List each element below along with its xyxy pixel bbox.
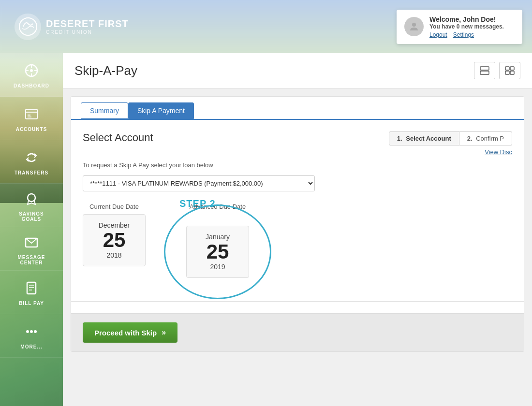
sidebar-item-accounts[interactable]: Accounts bbox=[0, 97, 63, 140]
svg-rect-25 bbox=[505, 71, 509, 74]
svg-rect-23 bbox=[505, 67, 509, 70]
proceed-button[interactable]: Proceed with Skip » bbox=[83, 322, 177, 343]
svg-rect-24 bbox=[510, 67, 514, 70]
transfers-icon bbox=[22, 148, 41, 167]
page-header: Skip-A-Pay bbox=[63, 53, 532, 88]
current-day: 25 bbox=[91, 229, 137, 251]
logo-brand: Deseret First bbox=[46, 18, 129, 29]
advanced-date-label: Advanced Due Date bbox=[190, 203, 246, 210]
sidebar-item-dashboard[interactable]: Dashboard bbox=[0, 53, 63, 97]
help-text: To request a Skip A Pay select your loan… bbox=[83, 161, 512, 169]
dashboard-icon bbox=[22, 61, 41, 80]
sidebar-label-accounts: Accounts bbox=[16, 127, 47, 132]
svg-rect-14 bbox=[27, 282, 36, 294]
svg-point-3 bbox=[30, 69, 33, 72]
svg-point-0 bbox=[19, 18, 37, 35]
advanced-date-card: January 25 2019 bbox=[186, 226, 249, 278]
svg-point-12 bbox=[28, 194, 35, 202]
view-mode-btn-1[interactable] bbox=[474, 62, 495, 79]
logo-icon bbox=[15, 14, 41, 40]
logo-area: Deseret First Credit Union bbox=[15, 14, 129, 40]
step-indicator-2: 2. Confirm P bbox=[459, 131, 512, 145]
current-month: December bbox=[91, 221, 137, 229]
dates-area: STEP 2 Current Due Date December 25 2018… bbox=[83, 203, 512, 290]
current-date-label: Current Due Date bbox=[89, 203, 139, 210]
logo-sub: Credit Union bbox=[46, 29, 129, 35]
accounts-icon bbox=[22, 104, 41, 124]
sidebar-label-messages: MESSAGECENTER bbox=[17, 255, 45, 265]
sidebar-item-transfers[interactable]: Transfers bbox=[0, 140, 63, 184]
svg-rect-21 bbox=[480, 67, 489, 70]
proceed-chevrons: » bbox=[162, 328, 166, 337]
svg-rect-8 bbox=[26, 109, 37, 119]
svg-rect-22 bbox=[480, 71, 489, 74]
message-icon bbox=[22, 232, 41, 252]
user-info: Welcome, John Doe! You have 0 new messag… bbox=[429, 15, 515, 38]
step-indicators: 1. Select Account 2. Confirm P bbox=[389, 131, 512, 145]
step-header: Select Account 1. Select Account 2. Conf… bbox=[83, 131, 512, 156]
sidebar-label-savings: SAVINGSGOALS bbox=[19, 211, 44, 222]
sidebar: Dashboard Accounts Transfers SAVINGSGOAL… bbox=[0, 53, 63, 406]
current-year: 2018 bbox=[91, 251, 137, 259]
svg-point-20 bbox=[34, 330, 37, 333]
section-title: Select Account bbox=[83, 131, 153, 144]
savings-icon bbox=[22, 189, 41, 208]
advanced-date-column: Advanced Due Date January 25 2019 bbox=[175, 203, 261, 290]
tab-skip-payment[interactable]: Skip A Payment bbox=[128, 102, 194, 119]
main-content: Skip-A-Pay Summary Skip A Payment Select bbox=[63, 53, 532, 406]
sidebar-label-dashboard: Dashboard bbox=[14, 83, 49, 88]
user-welcome: Welcome, John Doe! bbox=[429, 15, 515, 23]
divider bbox=[71, 301, 524, 302]
sidebar-label-transfers: Transfers bbox=[15, 170, 48, 175]
logout-link[interactable]: Logout bbox=[429, 31, 447, 38]
settings-link[interactable]: Settings bbox=[453, 31, 474, 38]
more-icon bbox=[22, 322, 41, 341]
svg-rect-26 bbox=[510, 71, 514, 74]
page-title: Skip-A-Pay bbox=[74, 63, 137, 78]
svg-point-1 bbox=[412, 23, 416, 27]
content-body: Select Account 1. Select Account 2. Conf… bbox=[71, 120, 524, 301]
logo-text: Deseret First Credit Union bbox=[46, 18, 129, 35]
avatar bbox=[404, 17, 424, 36]
tab-summary[interactable]: Summary bbox=[81, 102, 128, 119]
svg-point-18 bbox=[26, 330, 29, 333]
view-disclosure-link[interactable]: View Disc bbox=[485, 148, 512, 156]
advanced-month: January bbox=[194, 233, 241, 241]
user-messages: You have 0 new messages. bbox=[429, 23, 515, 30]
page-actions bbox=[474, 62, 520, 79]
view-mode-btn-2[interactable] bbox=[499, 62, 520, 79]
sidebar-item-more[interactable]: More... bbox=[0, 314, 63, 358]
header: Deseret First Credit Union Welcome, John… bbox=[0, 0, 532, 53]
sidebar-item-savings[interactable]: SAVINGSGOALS bbox=[0, 184, 63, 227]
sidebar-label-billpay: Bill Pay bbox=[19, 301, 44, 306]
svg-point-19 bbox=[30, 330, 33, 333]
current-date-card: December 25 2018 bbox=[83, 214, 146, 266]
sidebar-item-billpay[interactable]: Bill Pay bbox=[0, 271, 63, 314]
billpay-icon bbox=[22, 278, 41, 298]
user-links: Logout Settings bbox=[429, 31, 515, 38]
tabs: Summary Skip A Payment bbox=[71, 97, 524, 120]
advanced-year: 2019 bbox=[194, 263, 241, 271]
advanced-day: 25 bbox=[194, 241, 241, 263]
step-indicator-1: 1. Select Account bbox=[389, 131, 459, 145]
footer-bar: Proceed with Skip » bbox=[71, 313, 524, 351]
current-date-column: Current Due Date December 25 2018 bbox=[83, 203, 146, 266]
sidebar-label-more: More... bbox=[20, 344, 42, 349]
content-card: Summary Skip A Payment Select Account 1.… bbox=[71, 96, 524, 352]
sidebar-item-messages[interactable]: MESSAGECENTER bbox=[0, 227, 63, 271]
account-select[interactable]: *****1111 - VISA PLATINUM REWARDS (Payme… bbox=[83, 175, 315, 191]
proceed-label: Proceed with Skip bbox=[94, 329, 157, 337]
user-card: Welcome, John Doe! You have 0 new messag… bbox=[397, 10, 522, 44]
